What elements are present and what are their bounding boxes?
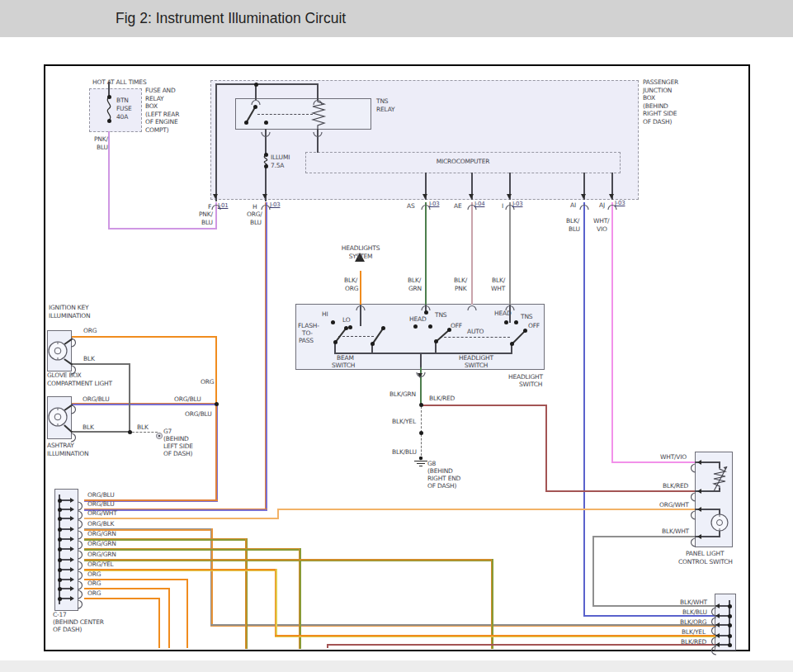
diagram-label: HEADLIGHTS (342, 245, 380, 252)
diagram-label: ORG (345, 286, 358, 292)
diagram-label: HEADLIGHT (508, 374, 543, 381)
diagram-label: BLU (201, 220, 213, 226)
pin-arc (416, 366, 426, 381)
diagram-label: PANEL LIGHT (686, 551, 724, 557)
junction-dot (253, 105, 257, 109)
wire-blkred (327, 644, 715, 646)
diagram-label: BLK/ (492, 277, 505, 284)
diagram-label: AJ (599, 202, 605, 209)
wire-blkwht (592, 536, 695, 537)
diagram-label: ORG (87, 590, 101, 597)
junction-dot (413, 324, 418, 329)
junction-dot (264, 121, 268, 125)
diagram-label: TO- (302, 330, 313, 337)
diagram-label: ORG/GRN (87, 551, 116, 558)
connector-ref-link[interactable]: J-03 (429, 201, 439, 207)
diagram-label: ORG/GRN (87, 541, 116, 547)
diagram-label: ORG/BLU (174, 396, 201, 403)
diagram-label: BLK/RED (681, 639, 706, 646)
diagram-label: HEAD (409, 316, 426, 323)
relay-coil-icon (311, 99, 328, 132)
diagram-label: OFF (451, 323, 462, 329)
wire-blk2 (72, 363, 130, 365)
wire-orgwht (277, 509, 695, 510)
diagram-label: AS (407, 203, 415, 210)
wire-blk2 (72, 431, 130, 433)
diagram-label: (LEFT REAR (145, 111, 179, 118)
wire-blkred (545, 405, 547, 492)
diagram-label: G7 (163, 428, 172, 435)
junction-dot (107, 95, 111, 99)
arrowhead-icon (70, 557, 74, 562)
diagram-label: ASHTRAY (47, 442, 74, 449)
diagram-label: AI (570, 202, 576, 209)
diagram-label: ILLUMINATION (47, 451, 88, 457)
arrowhead-icon (70, 567, 74, 572)
wire-orggrn (299, 548, 301, 649)
junction-dot (728, 604, 732, 608)
wire-blk (440, 337, 510, 338)
wire-orgyel (275, 569, 277, 637)
diagram-label: BLK/ (408, 277, 421, 284)
wire-blk (215, 83, 217, 201)
instrument-illumination-diagram: HOT AT ALL TIMESBTNFUSE40AFUSE ANDRELAYB… (0, 0, 793, 672)
diagram-label: RIGHT END (427, 476, 460, 482)
diagram-label: ORG/WHT (659, 502, 689, 509)
pin-arc (579, 198, 589, 214)
connector-ref-link[interactable]: J-04 (474, 201, 484, 207)
diagram-label: TNS (435, 312, 446, 319)
diagram-label: BLK/BLU (682, 609, 707, 616)
pin-arc (467, 299, 477, 315)
junction-dot (434, 339, 438, 343)
diagram-label: OF DASH) (427, 483, 456, 490)
pin-arc (688, 459, 698, 475)
bulb-icon (45, 338, 70, 367)
junction-dot (58, 499, 62, 503)
connector-ref-link[interactable]: J-03 (615, 201, 625, 206)
diagram-label: ORG/ (247, 211, 262, 218)
junction-dot (728, 643, 732, 647)
junction-dot (419, 403, 423, 407)
diagram-label: OF DASH) (643, 119, 672, 125)
diagram-label: BLK/YEL (682, 629, 706, 636)
diagram-label: ORG (83, 328, 97, 334)
diagram-label: H (253, 204, 257, 211)
diagram-label: C-17 (53, 612, 67, 618)
junction-dot (58, 547, 62, 551)
diagram-label: TNS (376, 98, 388, 105)
diagram-label: RIGHT SIDE (643, 111, 677, 117)
wire-org (72, 336, 217, 338)
diagram-label: COMPARTMENT LIGHT (47, 381, 112, 387)
pin-arc (75, 595, 85, 611)
junction-dot (58, 587, 62, 591)
connector-ref-link[interactable]: J-03 (512, 201, 522, 207)
diagram-label: LEFT SIDE (163, 443, 193, 450)
arrowhead-icon (70, 577, 74, 582)
wire-orggrn (245, 538, 248, 649)
connector-ref-link[interactable]: J-01 (218, 203, 228, 209)
diagram-label: (BEHIND (427, 468, 453, 475)
wire-org (168, 588, 170, 648)
wire-orgyel (275, 635, 716, 637)
diagram-label: ORG (87, 571, 101, 578)
diagram-label: (BEHIND (163, 436, 189, 442)
diagram-label: BLK/ (344, 277, 357, 284)
diagram-label: BLU (97, 144, 108, 151)
diagram-label: BOX (643, 95, 655, 102)
wire-orgblu (215, 404, 218, 502)
junction-dot (58, 528, 62, 532)
junction-dot (371, 342, 375, 346)
bulb-icon (708, 511, 731, 537)
diagram-label: HOT AT ALL TIMES (92, 79, 146, 86)
connector-ref-link[interactable]: J-03 (270, 202, 280, 208)
junction-dot (58, 578, 62, 582)
diagram-label: RELAY (376, 106, 394, 113)
wire-blkwht (509, 202, 511, 305)
arrowhead-icon (70, 507, 74, 512)
junction-dot (514, 320, 518, 324)
junction-dot (331, 320, 335, 324)
diagram-label: ORG/YEL (87, 561, 114, 568)
pin-arc (688, 506, 698, 522)
diagram-label: OF DASH) (53, 627, 82, 633)
diagram-label: IGNITION KEY (49, 305, 88, 311)
